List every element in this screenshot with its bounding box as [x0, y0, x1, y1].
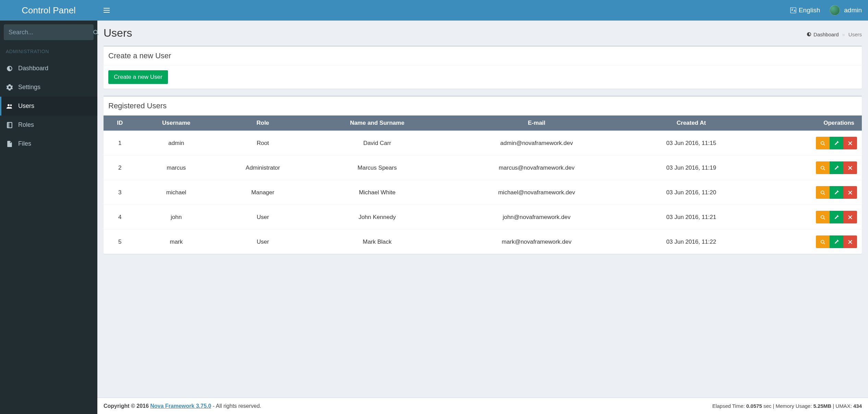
delete-button[interactable]	[843, 161, 857, 174]
view-button[interactable]	[816, 235, 830, 248]
cell-created: 03 Jun 2016, 11:21	[628, 205, 755, 230]
edit-button[interactable]	[830, 235, 843, 248]
svg-rect-4	[104, 8, 110, 9]
cell-name: David Carr	[309, 131, 445, 156]
cell-username: michael	[136, 180, 216, 205]
delete-button[interactable]	[843, 186, 857, 199]
svg-line-17	[824, 193, 825, 195]
footer-elapsed: 0.0575	[746, 403, 762, 409]
breadcrumb-home-label: Dashboard	[813, 32, 839, 37]
footer-right: Elapsed Time: 0.0575 sec | Memory Usage:…	[712, 403, 862, 409]
sidebar-item-label: Settings	[18, 84, 40, 91]
footer-stat-label-3: | UMAX:	[831, 403, 853, 409]
column-header: Created At	[628, 115, 755, 131]
cell-created: 03 Jun 2016, 11:15	[628, 131, 755, 156]
cell-email: mark@novaframework.dev	[445, 230, 628, 254]
sidebar-item-users[interactable]: Users	[0, 97, 97, 115]
search-icon	[820, 166, 825, 170]
x-icon	[848, 240, 852, 244]
menu-toggle-button[interactable]	[104, 8, 110, 13]
cell-role: User	[216, 205, 310, 230]
users-table: IDUsernameRoleName and SurnameE-mailCrea…	[104, 115, 862, 254]
content: Users Dashboard » Users Create a new Use…	[97, 21, 868, 267]
cell-id: 1	[104, 131, 136, 156]
cell-role: Root	[216, 131, 310, 156]
svg-line-25	[824, 243, 825, 244]
search-box	[4, 24, 94, 40]
cell-operations	[754, 230, 862, 254]
topbar: English admin	[97, 0, 868, 21]
edit-button[interactable]	[830, 186, 843, 199]
delete-button[interactable]	[843, 211, 857, 223]
sidebar-item-label: Users	[18, 102, 34, 110]
column-header: E-mail	[445, 115, 628, 131]
cell-email: admin@novaframework.dev	[445, 131, 628, 156]
cell-id: 4	[104, 205, 136, 230]
pencil-icon	[834, 141, 839, 146]
users-table-panel: Registered Users IDUsernameRoleName and …	[104, 96, 862, 254]
dashboard-icon	[807, 32, 811, 37]
svg-point-16	[821, 191, 824, 194]
table-row: 2marcusAdministratorMarcus Spearsmarcus@…	[104, 156, 862, 180]
view-button[interactable]	[816, 137, 830, 149]
breadcrumb-home[interactable]: Dashboard	[807, 32, 839, 37]
svg-rect-6	[104, 12, 110, 13]
users-table-header: Registered Users	[104, 97, 862, 115]
svg-line-9	[824, 144, 825, 145]
cell-email: michael@novaframework.dev	[445, 180, 628, 205]
search-icon	[820, 190, 825, 195]
delete-button[interactable]	[843, 137, 857, 149]
sidebar-item-settings[interactable]: Settings	[0, 78, 97, 97]
username-label: admin	[844, 7, 862, 14]
footer-umax: 434	[853, 403, 862, 409]
search-input[interactable]	[4, 29, 93, 36]
cell-id: 3	[104, 180, 136, 205]
x-icon	[848, 191, 852, 195]
svg-point-3	[10, 104, 12, 106]
gear-icon	[6, 84, 13, 90]
edit-button[interactable]	[830, 137, 843, 149]
column-header: Role	[216, 115, 310, 131]
view-button[interactable]	[816, 211, 830, 223]
file-icon	[6, 141, 13, 147]
cell-role: Administrator	[216, 156, 310, 180]
sidebar-item-roles[interactable]: Roles	[0, 115, 97, 134]
sidebar: Control Panel ADMINISTRATION DashboardSe…	[0, 0, 97, 414]
svg-point-0	[94, 30, 97, 34]
x-icon	[848, 141, 852, 145]
cell-created: 03 Jun 2016, 11:20	[628, 180, 755, 205]
svg-rect-7	[791, 8, 796, 13]
edit-button[interactable]	[830, 211, 843, 223]
user-menu[interactable]: admin	[830, 5, 862, 15]
view-button[interactable]	[816, 186, 830, 199]
table-row: 3michaelManagerMichael Whitemichael@nova…	[104, 180, 862, 205]
breadcrumb-current: Users	[848, 32, 862, 37]
create-user-button[interactable]: Create a new User	[108, 70, 168, 84]
cell-name: Mark Black	[309, 230, 445, 254]
create-user-header: Create a new User	[104, 47, 862, 65]
sidebar-item-dashboard[interactable]: Dashboard	[0, 59, 97, 78]
pencil-icon	[834, 215, 839, 220]
svg-point-8	[821, 141, 824, 144]
edit-button[interactable]	[830, 161, 843, 174]
svg-line-21	[824, 218, 825, 219]
footer-stat-label-1: Elapsed Time:	[712, 403, 746, 409]
svg-point-12	[821, 166, 824, 169]
cell-username: admin	[136, 131, 216, 156]
table-row: 5markUserMark Blackmark@novaframework.de…	[104, 230, 862, 254]
cell-email: john@novaframework.dev	[445, 205, 628, 230]
cell-role: Manager	[216, 180, 310, 205]
cell-name: Marcus Spears	[309, 156, 445, 180]
brand[interactable]: Control Panel	[0, 0, 97, 21]
footer-memory: 5.25MB	[813, 403, 832, 409]
language-selector[interactable]: English	[790, 7, 820, 14]
delete-button[interactable]	[843, 235, 857, 248]
page-header: Users Dashboard » Users	[104, 27, 862, 39]
footer-framework-link[interactable]: Nova Framework 3.75.0	[150, 403, 211, 409]
view-button[interactable]	[816, 161, 830, 174]
sidebar-item-files[interactable]: Files	[0, 134, 97, 153]
language-icon	[790, 7, 796, 13]
cell-created: 03 Jun 2016, 11:22	[628, 230, 755, 254]
svg-point-2	[8, 104, 10, 106]
cell-operations	[754, 205, 862, 230]
